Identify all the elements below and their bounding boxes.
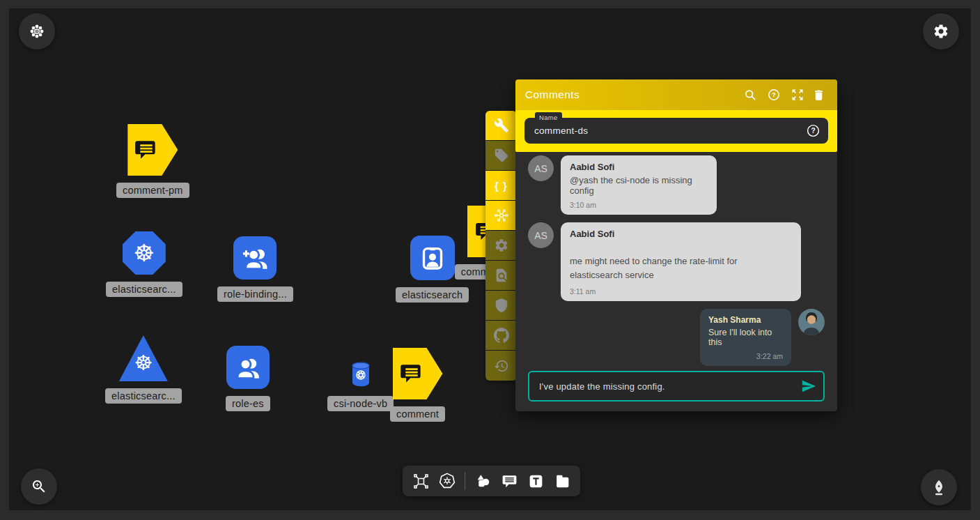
panel-title: Comments [525,89,738,101]
component-actions-toolbar: { } [485,111,517,381]
kubernetes-component-icon[interactable]: ☸ [119,335,168,381]
delete-button[interactable] [809,89,827,102]
node-label: comment [390,406,445,422]
node-csi-node[interactable]: csi-node-vb [327,361,394,411]
kubernetes-components-button[interactable] [438,472,456,490]
svg-text:?: ? [772,91,776,98]
send-icon [801,378,816,394]
message-bubble: Aabid Sofi me might need to change the r… [561,222,801,301]
hub-icon [494,208,509,223]
settings-button[interactable] [923,13,959,49]
history-icon [494,358,509,374]
node-elasticsearch-triangle[interactable]: ☸ elasticsearc... [105,335,182,404]
text-icon [527,473,545,490]
github-tool[interactable] [485,321,517,351]
circuit-icon [412,473,430,490]
message-bubble: Aabid Sofi @yash the csi-node is missing… [561,155,717,215]
message-time: 3:22 am [708,352,783,360]
message-bubble: Yash Sharma Sure I'll look into this 3:2… [700,309,791,366]
role-component-icon[interactable] [226,346,270,389]
role-binding-component-icon[interactable] [233,236,277,280]
braces-icon: { } [495,180,508,192]
text-button[interactable] [527,472,545,490]
comment-input[interactable] [528,371,825,402]
security-tool[interactable] [485,291,517,321]
search-button[interactable] [738,88,762,102]
app-logo-button[interactable] [19,13,55,49]
expand-button[interactable] [786,88,809,102]
comment-compose-row [528,371,825,402]
svg-text:?: ? [811,127,815,135]
shapes-icon [474,473,492,490]
help-icon: ? [806,123,820,138]
trash-icon [812,89,825,102]
inspect-tool[interactable] [485,261,517,291]
kubernetes-tool[interactable] [485,201,517,231]
pen-tool-button[interactable] [921,469,957,505]
help-icon: ? [767,88,781,102]
node-role-binding[interactable]: role-binding... [217,236,293,302]
label-tool[interactable] [485,141,517,171]
add-user-icon [240,243,270,273]
comment-icon [501,473,518,490]
message-row: AS Aabid Sofi me might need to change th… [528,222,825,301]
node-label: comment-pm [116,183,189,198]
name-field-label: Name [535,112,562,123]
id-badge-icon [419,244,446,272]
service-account-component-icon[interactable] [410,236,455,280]
kubernetes-wheel-icon: ☸ [134,241,155,265]
zoom-in-button[interactable] [21,468,57,505]
settings-tool[interactable] [485,231,517,261]
node-label: csi-node-vb [327,396,394,411]
node-elasticsearch-sa[interactable]: elasticsearch [396,236,469,303]
comments-panel-header[interactable]: Comments ? [515,79,837,110]
comment-button[interactable] [500,472,518,490]
pen-nib-icon [930,478,948,496]
avatar: AS [528,222,554,248]
message-row: AS Aabid Sofi @yash the csi-node is miss… [528,155,825,215]
gear-icon [933,23,949,40]
node-comment[interactable]: comment [390,348,445,422]
messages-list[interactable]: AS Aabid Sofi @yash the csi-node is miss… [515,152,837,371]
help-button[interactable]: ? [762,88,786,102]
person-photo-icon [798,309,825,335]
edit-json-tool[interactable]: { } [485,171,517,201]
message-text: @yash the csi-node is missing config [570,175,708,196]
shapes-button[interactable] [474,472,492,490]
kubernetes-component-icon[interactable]: ☸ [123,231,166,275]
node-role-es[interactable]: role-es [226,346,270,411]
comments-panel: Comments ? Name ? AS Aabid Sofi @yash th [515,79,837,411]
name-field-section: Name ? [515,110,837,152]
doc-search-icon [494,268,509,283]
message-text: me might need to change the rate-limit f… [570,254,792,282]
gear-icon [494,238,509,253]
storage-component-icon[interactable] [350,361,372,389]
name-help-button[interactable]: ? [806,123,820,141]
name-input[interactable] [524,118,828,144]
message-row: Yash Sharma Sure I'll look into this 3:2… [528,309,825,366]
github-icon [494,328,509,343]
node-elasticsearch-octagon[interactable]: ☸ elasticsearc... [106,231,182,297]
search-icon [743,88,757,102]
comment-component-icon[interactable] [127,124,178,176]
history-tool[interactable] [485,351,517,381]
message-text: Sure I'll look into this [708,328,783,347]
node-comment-pm[interactable]: comment-pm [116,124,189,198]
image-icon [554,473,571,490]
image-button[interactable] [553,472,571,490]
message-time: 3:10 am [570,201,708,209]
speech-bubble-icon [398,360,425,387]
tag-icon [494,148,509,163]
send-button[interactable] [801,378,816,397]
message-author: Aabid Sofi [570,162,708,172]
yash-avatar [798,309,825,335]
node-label: role-es [226,396,270,411]
message-author: Yash Sharma [708,315,783,325]
users-icon [233,353,263,382]
message-author: Aabid Sofi [570,229,792,239]
flower-logo-icon [28,22,46,40]
design-mode-button[interactable] [412,472,430,490]
comment-component-icon[interactable] [393,348,443,399]
configure-tool[interactable] [485,111,517,141]
kubernetes-icon [438,472,456,490]
